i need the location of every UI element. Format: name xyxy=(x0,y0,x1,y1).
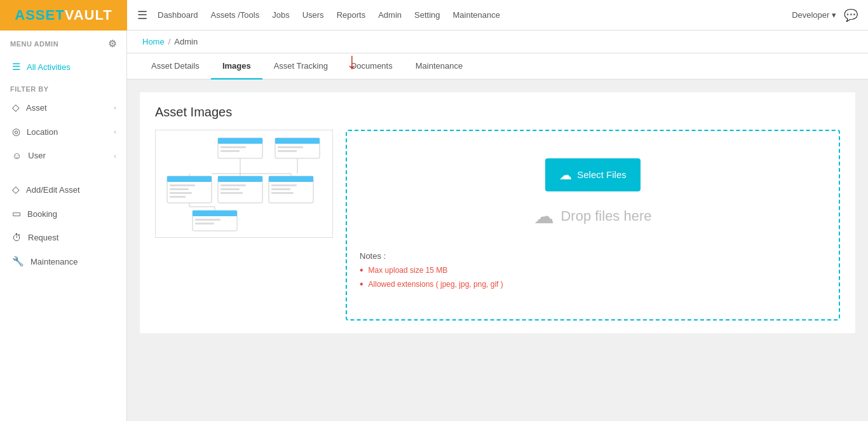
svg-rect-25 xyxy=(271,184,297,186)
notes-section: Notes : • Max upload size 15 MB • Allowe… xyxy=(360,241,826,293)
breadcrumb-home[interactable]: Home xyxy=(142,37,165,46)
sidebar-section-filter: FILTER BY xyxy=(0,79,126,95)
svg-rect-20 xyxy=(220,184,246,186)
nav-assets-tools[interactable]: Assets /Tools xyxy=(211,8,260,22)
sidebar-item-label-maintenance: Maintenance xyxy=(31,257,78,266)
main-nav: Dashboard Assets /Tools Jobs Users Repor… xyxy=(158,8,792,22)
tab-images[interactable]: Images xyxy=(211,53,262,79)
nav-reports[interactable]: Reports xyxy=(337,8,366,22)
sidebar-item-request[interactable]: ⏱ Request xyxy=(0,226,126,249)
image-preview-box xyxy=(155,130,333,238)
tab-asset-tracking[interactable]: Asset Tracking xyxy=(262,53,339,79)
svg-rect-3 xyxy=(220,150,240,152)
note-text-0: Max upload size 15 MB xyxy=(369,266,448,275)
chat-icon[interactable]: 💬 xyxy=(844,8,858,22)
sidebar-item-label-location: Location xyxy=(27,127,58,137)
tab-asset-details[interactable]: Asset Details xyxy=(140,53,211,79)
svg-rect-24 xyxy=(269,176,313,182)
breadcrumb-separator: / xyxy=(168,37,171,46)
file-drop-zone[interactable]: ☁ Select Files ☁ Drop files here Notes :… xyxy=(346,130,840,321)
svg-rect-1 xyxy=(218,138,262,144)
svg-rect-6 xyxy=(278,146,303,148)
svg-rect-14 xyxy=(170,184,195,186)
location-icon: ◎ xyxy=(12,126,20,137)
sidebar-item-label-asset: Asset xyxy=(26,103,47,113)
logo-text-asset: ASSET xyxy=(15,7,64,24)
user-icon: ☺ xyxy=(12,150,22,161)
nav-maintenance[interactable]: Maintenance xyxy=(453,8,500,22)
nav-jobs[interactable]: Jobs xyxy=(272,8,289,22)
nav-setting[interactable]: Setting xyxy=(414,8,440,22)
svg-rect-13 xyxy=(167,176,212,182)
sidebar-item-booking[interactable]: ▭ Booking xyxy=(0,202,126,226)
select-files-button[interactable]: ☁ Select Files xyxy=(545,158,641,191)
page-title: Asset Images xyxy=(155,105,840,120)
svg-rect-22 xyxy=(220,192,243,194)
nav-dashboard[interactable]: Dashboard xyxy=(158,8,198,22)
page-body: Asset Images xyxy=(127,79,868,421)
sidebar-item-asset[interactable]: ◇ Asset ‹ xyxy=(0,95,126,120)
all-activities-icon: ☰ xyxy=(12,61,20,72)
menu-admin-label: MENU ADMIN xyxy=(10,40,58,48)
drop-files-text: ☁ Drop files here xyxy=(534,204,651,228)
logo-text-vault: VAULT xyxy=(65,7,112,24)
svg-rect-17 xyxy=(170,196,186,198)
sidebar-item-label-booking: Booking xyxy=(27,209,57,219)
svg-rect-7 xyxy=(278,150,297,152)
diagram-preview xyxy=(161,135,326,233)
svg-rect-33 xyxy=(193,210,237,216)
booking-icon: ▭ xyxy=(12,208,21,219)
nav-admin[interactable]: Admin xyxy=(378,8,402,22)
request-icon: ⏱ xyxy=(12,232,22,243)
developer-dropdown[interactable]: Developer ▾ xyxy=(792,10,836,20)
svg-rect-27 xyxy=(271,192,294,194)
bullet-icon-1: • xyxy=(360,279,363,290)
note-item-1: • Allowed extensions ( jpeg, jpg, png, g… xyxy=(360,279,826,290)
svg-rect-26 xyxy=(271,188,290,190)
tab-maintenance[interactable]: Maintenance xyxy=(404,53,474,79)
chevron-right-icon-user: ‹ xyxy=(114,152,116,160)
svg-rect-16 xyxy=(170,192,192,194)
svg-rect-21 xyxy=(220,188,240,190)
maintenance-icon: 🔧 xyxy=(12,256,24,267)
sidebar-item-label-add-edit-asset: Add/Edit Asset xyxy=(26,185,80,195)
sidebar-item-add-edit-asset[interactable]: ◇ Add/Edit Asset xyxy=(0,177,126,202)
images-row: ☁ Select Files ☁ Drop files here Notes :… xyxy=(155,130,840,321)
upload-cloud-icon: ☁ xyxy=(559,167,572,183)
sidebar-item-label-all-activities: All Activities xyxy=(27,62,71,72)
svg-rect-34 xyxy=(195,219,220,221)
bullet-icon-0: • xyxy=(360,265,363,276)
note-item-0: • Max upload size 15 MB xyxy=(360,265,826,276)
nav-right: Developer ▾ 💬 xyxy=(792,8,868,22)
svg-rect-5 xyxy=(275,138,320,144)
svg-rect-15 xyxy=(170,188,189,190)
breadcrumb: Home / Admin ↓ xyxy=(127,31,868,53)
sidebar-item-label-user: User xyxy=(28,151,45,160)
tabs-bar: Asset Details Images Asset Tracking Docu… xyxy=(127,53,868,79)
gear-icon[interactable]: ⚙ xyxy=(108,38,117,50)
hamburger-menu[interactable]: ☰ xyxy=(127,8,158,22)
sidebar-section-menu-admin: MENU ADMIN ⚙ xyxy=(0,31,126,55)
drop-cloud-icon: ☁ xyxy=(534,204,554,228)
chevron-right-icon: ‹ xyxy=(114,104,116,111)
drop-text-label: Drop files here xyxy=(560,208,651,224)
top-navigation: ASSETVAULT ☰ Dashboard Assets /Tools Job… xyxy=(0,0,868,31)
select-files-label: Select Files xyxy=(577,169,627,180)
main-layout: MENU ADMIN ⚙ ☰ All Activities FILTER BY … xyxy=(0,31,868,421)
sidebar-item-label-request: Request xyxy=(28,233,58,242)
sidebar: MENU ADMIN ⚙ ☰ All Activities FILTER BY … xyxy=(0,31,127,421)
sidebar-item-maintenance[interactable]: 🔧 Maintenance xyxy=(0,249,126,273)
notes-label: Notes : xyxy=(360,251,826,261)
asset-images-container: Asset Images xyxy=(140,92,855,333)
note-text-1: Allowed extensions ( jpeg, jpg, png, gif… xyxy=(369,280,503,289)
breadcrumb-admin: Admin xyxy=(174,37,198,46)
svg-rect-2 xyxy=(220,146,246,148)
sidebar-item-all-activities[interactable]: ☰ All Activities xyxy=(0,55,126,79)
nav-users[interactable]: Users xyxy=(302,8,324,22)
chevron-right-icon-location: ‹ xyxy=(114,128,116,135)
asset-icon: ◇ xyxy=(12,102,20,113)
sidebar-item-user[interactable]: ☺ User ‹ xyxy=(0,144,126,167)
sidebar-item-location[interactable]: ◎ Location ‹ xyxy=(0,120,126,144)
svg-rect-19 xyxy=(218,176,262,182)
add-edit-asset-icon: ◇ xyxy=(12,184,20,195)
